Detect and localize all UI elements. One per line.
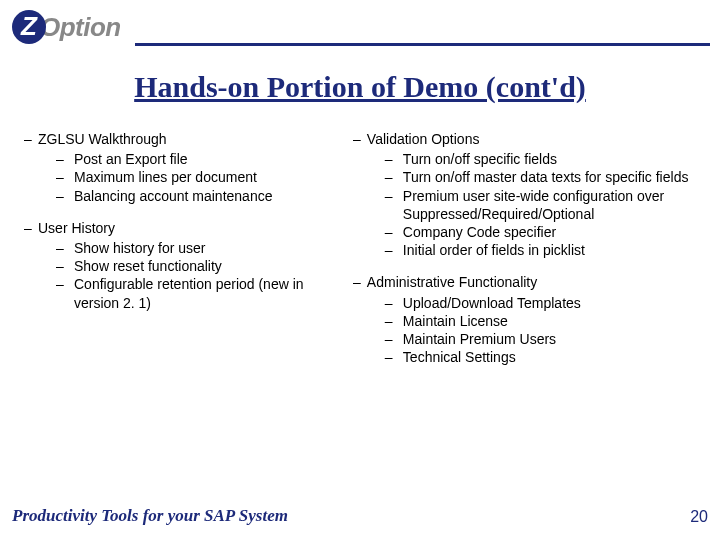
list-item: –Maximum lines per document — [56, 168, 327, 186]
bullet-dash-icon: – — [56, 239, 74, 257]
bullet-dash-icon: – — [18, 130, 38, 148]
list-item: –Company Code specifier — [385, 223, 702, 241]
bullet-dash-icon: – — [385, 187, 403, 223]
header-rule — [135, 43, 710, 46]
footer-tagline: Productivity Tools for your SAP System — [12, 506, 288, 526]
bullet-dash-icon: – — [385, 223, 403, 241]
logo: Option — [12, 10, 121, 44]
list-item: –Maintain Premium Users — [385, 330, 702, 348]
bullet-dash-icon: – — [56, 187, 74, 205]
list-item-text: Show history for user — [74, 239, 206, 257]
list-item: –Maintain License — [385, 312, 702, 330]
list-section: – ZGLSU Walkthrough –Post an Export file… — [18, 130, 327, 205]
list-item-text: Post an Export file — [74, 150, 188, 168]
list-item: –Turn on/off master data texts for speci… — [385, 168, 702, 186]
list-item: –Upload/Download Templates — [385, 294, 702, 312]
list-item-text: Configurable retention period (new in ve… — [74, 275, 327, 311]
bullet-dash-icon: – — [56, 257, 74, 275]
list-item-text: Maintain License — [403, 312, 508, 330]
list-item-text: Show reset functionality — [74, 257, 222, 275]
bullet-dash-icon: – — [56, 168, 74, 186]
bullet-dash-icon: – — [18, 219, 38, 237]
list-item-text: Maximum lines per document — [74, 168, 257, 186]
logo-text: Option — [40, 12, 121, 43]
list-item: –Post an Export file — [56, 150, 327, 168]
list-item: –Balancing account maintenance — [56, 187, 327, 205]
footer: Productivity Tools for your SAP System 2… — [12, 506, 708, 526]
list-item: –Configurable retention period (new in v… — [56, 275, 327, 311]
bullet-dash-icon: – — [56, 275, 74, 311]
list-item-text: Maintain Premium Users — [403, 330, 556, 348]
list-item-text: Upload/Download Templates — [403, 294, 581, 312]
bullet-dash-icon: – — [385, 168, 403, 186]
section-label: Validation Options — [367, 130, 480, 148]
list-item-text: Turn on/off specific fields — [403, 150, 557, 168]
list-item-text: Premium user site-wide configuration ove… — [403, 187, 702, 223]
page-number: 20 — [690, 508, 708, 526]
list-item-text: Turn on/off master data texts for specif… — [403, 168, 689, 186]
list-item-text: Balancing account maintenance — [74, 187, 272, 205]
section-label: User History — [38, 219, 115, 237]
list-item: –Technical Settings — [385, 348, 702, 366]
logo-z-icon — [12, 10, 46, 44]
bullet-dash-icon: – — [347, 273, 367, 291]
bullet-dash-icon: – — [385, 294, 403, 312]
bullet-dash-icon: – — [385, 312, 403, 330]
bullet-dash-icon: – — [385, 348, 403, 366]
right-column: – Validation Options –Turn on/off specif… — [347, 130, 702, 380]
list-item: –Initial order of fields in picklist — [385, 241, 702, 259]
bullet-dash-icon: – — [56, 150, 74, 168]
bullet-dash-icon: – — [347, 130, 367, 148]
list-section: – User History –Show history for user –S… — [18, 219, 327, 312]
list-item: –Premium user site-wide configuration ov… — [385, 187, 702, 223]
content-area: – ZGLSU Walkthrough –Post an Export file… — [18, 130, 702, 380]
bullet-dash-icon: – — [385, 330, 403, 348]
list-item-text: Initial order of fields in picklist — [403, 241, 585, 259]
list-item: –Turn on/off specific fields — [385, 150, 702, 168]
list-section: – Validation Options –Turn on/off specif… — [347, 130, 702, 259]
list-item-text: Technical Settings — [403, 348, 516, 366]
section-label: Administrative Functionality — [367, 273, 537, 291]
list-item: –Show reset functionality — [56, 257, 327, 275]
left-column: – ZGLSU Walkthrough –Post an Export file… — [18, 130, 327, 380]
bullet-dash-icon: – — [385, 150, 403, 168]
bullet-dash-icon: – — [385, 241, 403, 259]
list-section: – Administrative Functionality –Upload/D… — [347, 273, 702, 366]
section-label: ZGLSU Walkthrough — [38, 130, 167, 148]
page-title: Hands-on Portion of Demo (cont'd) — [0, 70, 720, 104]
list-item: –Show history for user — [56, 239, 327, 257]
list-item-text: Company Code specifier — [403, 223, 556, 241]
